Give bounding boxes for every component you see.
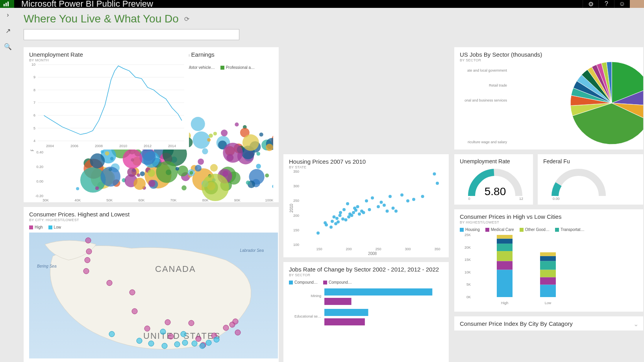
- svg-point-263: [421, 195, 424, 198]
- tile-unemp-gauge[interactable]: Unemployment Rate 5.80012: [454, 154, 533, 205]
- svg-rect-282: [497, 270, 513, 297]
- nav-share-button[interactable]: ↗: [3, 26, 13, 35]
- nav-expand-button[interactable]: ›: [3, 10, 13, 20]
- svg-point-41: [177, 166, 188, 177]
- svg-point-236: [341, 218, 344, 221]
- svg-point-259: [394, 209, 398, 212]
- svg-point-187: [130, 290, 135, 295]
- svg-point-93: [235, 122, 239, 126]
- svg-point-250: [365, 199, 368, 202]
- svg-point-137: [195, 165, 202, 172]
- tile-cpi[interactable]: Consumer Price Index By City By Catagory…: [454, 316, 643, 331]
- svg-rect-283: [497, 261, 513, 270]
- tile-jobs-pie[interactable]: US Jobs By Sector (thousands) BY SECTOR …: [454, 47, 643, 150]
- svg-rect-290: [540, 277, 556, 284]
- svg-text:50K: 50K: [106, 198, 113, 202]
- settings-button[interactable]: ⚙: [583, 0, 598, 8]
- svg-text:-0.20: -0.20: [35, 194, 43, 198]
- gear-icon: ⚙: [588, 0, 594, 8]
- svg-rect-274: [324, 309, 368, 316]
- svg-point-102: [265, 174, 269, 177]
- svg-text:150: 150: [316, 247, 322, 251]
- svg-text:4: 4: [33, 139, 35, 143]
- svg-point-147: [209, 133, 213, 138]
- svg-point-246: [356, 205, 359, 208]
- svg-text:2010: 2010: [119, 144, 127, 148]
- svg-text:200: 200: [293, 214, 299, 218]
- svg-text:High: High: [501, 301, 509, 305]
- svg-rect-293: [540, 256, 556, 261]
- tile-consumer-map[interactable]: Consumer Prices. Highest and Lowest BY C…: [24, 207, 279, 362]
- tile-unemployment-line[interactable]: Unemployment Rate BY MONTH 4567891020042…: [24, 47, 189, 150]
- refresh-icon[interactable]: ⟳: [184, 15, 189, 23]
- svg-point-225: [316, 231, 320, 235]
- svg-point-22: [76, 187, 79, 190]
- svg-text:10K: 10K: [464, 270, 471, 274]
- svg-text:5: 5: [33, 126, 35, 130]
- svg-point-255: [383, 204, 386, 207]
- svg-point-235: [339, 211, 342, 214]
- tile-title: Housing Prices 2007 vs 2010: [289, 158, 443, 165]
- svg-point-133: [246, 181, 250, 185]
- tile-subtitle: BY MONTH: [29, 58, 183, 62]
- svg-point-188: [132, 308, 137, 314]
- svg-point-183: [86, 249, 92, 254]
- svg-point-33: [181, 185, 187, 190]
- svg-text:0.00: 0.00: [36, 179, 43, 183]
- svg-point-257: [389, 195, 392, 198]
- svg-point-264: [433, 172, 436, 175]
- svg-point-182: [85, 238, 91, 243]
- nav-rail: › ↗ 🔍: [0, 8, 16, 362]
- svg-text:2008: 2008: [95, 144, 103, 148]
- tile-subtitle: BY CITY: HIGHEST/LOWEST: [29, 218, 273, 222]
- svg-point-245: [354, 209, 357, 212]
- svg-point-85: [105, 151, 109, 155]
- svg-point-184: [85, 257, 90, 263]
- tile-fed-gauge[interactable]: Federal Fu 0.00: [538, 154, 643, 205]
- tile-jobs-change[interactable]: Jobs Rate of Change by Sector 2002 - 201…: [283, 262, 449, 362]
- svg-point-202: [148, 341, 154, 346]
- user-avatar[interactable]: [630, 0, 644, 8]
- tile-consumer-bars[interactable]: Consumer Prices in High vs Low Cities BY…: [454, 209, 643, 312]
- svg-point-123: [242, 134, 259, 151]
- app-logo[interactable]: [0, 0, 14, 8]
- tile-housing[interactable]: Housing Prices 2007 vs 2010 BY STATE 100…: [283, 154, 449, 257]
- chart-legend: Compound…Compound…: [289, 280, 443, 284]
- svg-point-237: [342, 208, 346, 211]
- svg-point-146: [127, 168, 137, 177]
- svg-rect-286: [497, 238, 513, 244]
- svg-text:80K: 80K: [202, 198, 209, 202]
- tile-subtitle: BY SECTOR: [289, 273, 443, 277]
- help-button[interactable]: ?: [598, 0, 614, 8]
- svg-point-247: [358, 212, 361, 216]
- svg-text:12: 12: [519, 197, 523, 200]
- svg-point-239: [346, 202, 349, 205]
- svg-text:2012: 2012: [144, 144, 152, 148]
- feedback-button[interactable]: ☺: [614, 0, 630, 8]
- chart-legend: HighLow: [29, 225, 273, 229]
- svg-point-262: [412, 198, 415, 201]
- tile-title: Federal Fu: [543, 158, 638, 164]
- svg-point-48: [191, 117, 205, 131]
- svg-text:300: 300: [293, 184, 299, 188]
- svg-rect-275: [324, 318, 365, 325]
- svg-point-185: [83, 268, 89, 274]
- svg-text:100: 100: [293, 243, 299, 247]
- tile-title: US Jobs By Sector (thousands): [460, 51, 638, 58]
- svg-rect-1: [6, 3, 7, 6]
- svg-text:Educational se…: Educational se…: [294, 314, 321, 318]
- svg-rect-287: [497, 235, 513, 238]
- svg-text:0.40: 0.40: [36, 150, 43, 154]
- tile-title: Consumer Prices. Highest and Lowest: [29, 211, 273, 218]
- svg-text:8: 8: [33, 88, 35, 92]
- qa-input[interactable]: [24, 29, 239, 40]
- svg-point-229: [331, 220, 334, 223]
- svg-point-242: [350, 214, 353, 217]
- tile-title: Consumer Price Index By City By Catagory: [460, 320, 638, 327]
- svg-point-240: [347, 215, 350, 218]
- svg-point-121: [207, 138, 211, 142]
- chevron-down-icon[interactable]: ⌄: [633, 320, 638, 328]
- nav-search-button[interactable]: 🔍: [3, 42, 13, 51]
- svg-text:2008: 2008: [368, 251, 377, 256]
- svg-text:250: 250: [375, 247, 381, 251]
